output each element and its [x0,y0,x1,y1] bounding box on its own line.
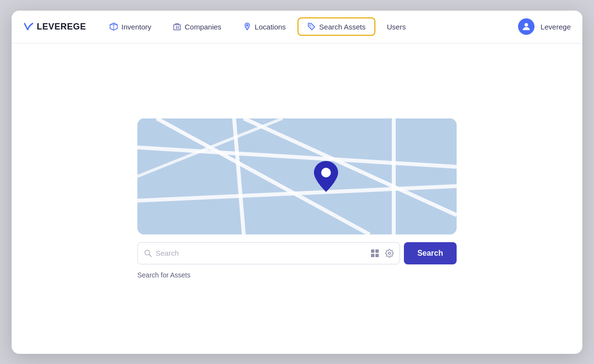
cube-icon [109,22,118,31]
svg-rect-4 [178,28,178,29]
svg-line-18 [149,254,151,256]
svg-rect-21 [371,254,374,257]
map-container [137,118,457,234]
svg-rect-3 [176,28,177,29]
svg-rect-19 [371,249,374,253]
svg-rect-20 [375,249,379,253]
map-svg [137,118,457,234]
user-section: Leverege [518,18,571,35]
header: LEVEREGE Inventory [12,11,582,44]
svg-point-7 [525,23,528,27]
nav-label-search-assets: Search Assets [319,23,366,31]
user-label: Leverege [540,23,571,31]
svg-rect-2 [178,26,178,27]
svg-point-6 [310,25,311,26]
svg-point-5 [246,24,248,26]
location-nav-icon [243,22,252,31]
nav-label-companies: Companies [185,23,222,31]
nav: Inventory Companies [100,17,514,36]
nav-item-companies[interactable]: Companies [163,17,231,36]
browser-window: LEVEREGE Inventory [12,11,582,354]
search-bar-row: Search [137,242,457,264]
building-icon [173,22,181,31]
search-icon [144,249,152,257]
svg-point-16 [321,168,331,177]
search-input[interactable] [156,249,367,257]
nav-item-inventory[interactable]: Inventory [100,17,161,36]
nav-label-locations: Locations [255,23,286,31]
nav-label-users: Users [387,23,406,31]
search-button[interactable]: Search [404,242,457,264]
search-input-wrapper [137,242,400,264]
svg-rect-1 [176,26,177,27]
nav-item-locations[interactable]: Locations [233,17,296,36]
avatar[interactable] [518,18,535,35]
nav-item-users[interactable]: Users [377,18,416,36]
search-hint: Search for Assets [137,271,457,279]
tag-icon [307,22,316,31]
grid-view-icon[interactable] [371,249,379,258]
search-panel: Search Search for Assets [137,118,457,279]
logo-icon [23,21,34,32]
logo[interactable]: LEVEREGE [23,21,86,32]
svg-rect-22 [375,254,379,257]
nav-item-search-assets[interactable]: Search Assets [297,17,375,36]
logo-text: LEVEREGE [37,22,86,32]
nav-label-inventory: Inventory [121,23,151,31]
main-content: Search Search for Assets [12,44,582,354]
gear-icon[interactable] [385,249,394,258]
